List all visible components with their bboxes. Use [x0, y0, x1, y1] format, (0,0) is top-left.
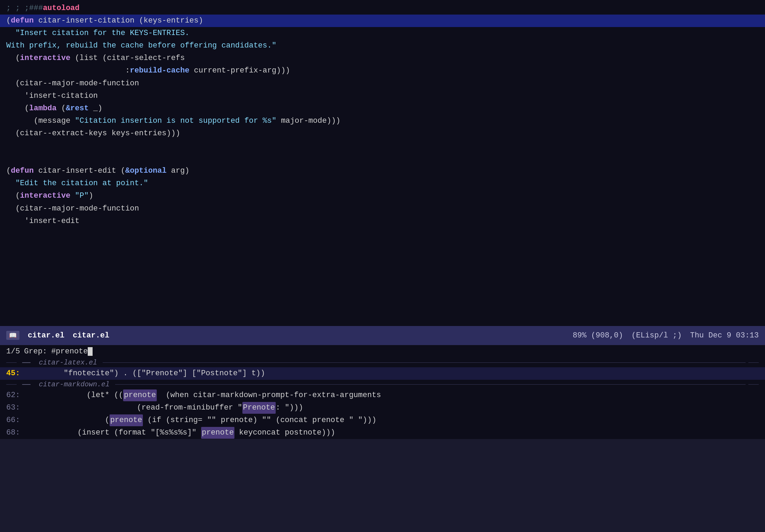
file-separator-markdown: —— citar-markdown.el: [0, 380, 765, 389]
rest-keyword: &rest: [66, 103, 89, 114]
line-number-45: 45:: [6, 368, 27, 379]
comment-text: ; ; ;###: [6, 2, 43, 14]
code-line: (lambda (&rest _): [0, 102, 765, 115]
prenote-highlight-62: prenote: [123, 389, 156, 401]
file-separator-line-right: [103, 362, 746, 363]
line-number-63: 63:: [6, 402, 27, 414]
grep-search-area: 1/5 Grep: #prenote: [0, 345, 765, 358]
search-count: 1/5: [6, 347, 20, 356]
file-separator-name2: citar-markdown.el: [36, 380, 112, 388]
code-line-highlighted: (defun citar-insert-citation (keys-entri…: [0, 15, 765, 27]
line-number-68: 68:: [6, 427, 27, 439]
code-line: 'insert-citation: [0, 90, 765, 102]
code-line: With prefix, rebuild the cache before of…: [0, 40, 765, 52]
code-line: (citar--major-mode-function: [0, 77, 765, 90]
autoload-keyword: autoload: [43, 2, 80, 14]
code-line: :rebuild-cache current-prefix-arg))): [0, 65, 765, 77]
code-line: (citar--extract-keys keys-entries))): [0, 127, 765, 140]
grep-results: —— citar-latex.el 45: "fnotecite") . (["…: [0, 358, 765, 439]
line-number-66: 66:: [6, 414, 27, 426]
rebuild-cache-keyword: rebuild-cache: [130, 65, 189, 77]
code-line: 'insert-edit: [0, 215, 765, 228]
grep-result-line-63: 63: (read-from-minibuffer "Prenote: "))): [0, 402, 765, 414]
line-number-62: 62:: [6, 389, 27, 401]
interactive-keyword: interactive: [20, 52, 70, 64]
code-line: [0, 152, 765, 165]
prenote-highlight-68: prenote: [201, 427, 234, 439]
grep-result-line-62: 62: (let* ((prenote (when citar-markdown…: [0, 389, 765, 402]
optional-keyword: &optional: [125, 165, 166, 177]
code-editor: ; ; ;###autoload (defun citar-insert-cit…: [0, 0, 765, 326]
code-line: "Edit the citation at point.": [0, 177, 765, 190]
file-sep-line-left2: ——: [19, 380, 33, 388]
grep-result-line-45: 45: "fnotecite") . (["Prenote"] ["Postno…: [0, 367, 765, 380]
modeline-filename1: citar.el: [28, 331, 65, 340]
grep-result-line-66: 66: (prenote (if (string= "" prenote) ""…: [0, 414, 765, 427]
modeline-mode: (ELisp/l ;): [631, 331, 682, 340]
code-line: (interactive "P"): [0, 190, 765, 202]
code-line: [0, 140, 765, 152]
defun2-keyword: defun: [11, 165, 34, 177]
file-separator-latex: —— citar-latex.el: [0, 358, 765, 367]
file-separator-line-left: ——: [19, 359, 33, 367]
code-line: (citar--major-mode-function: [0, 203, 765, 215]
defun-keyword: defun: [11, 15, 34, 27]
modeline: 📖 citar.el citar.el 89% (908,0) (ELisp/l…: [0, 326, 765, 345]
editor-container: ; ; ;###autoload (defun citar-insert-cit…: [0, 0, 765, 439]
file-sep-line-right2: [115, 384, 746, 385]
grep-result-line-68: 68: (insert (format "[%s%s%s]" prenote k…: [0, 427, 765, 439]
code-line: "Insert citation for the KEYS-ENTRIES.: [0, 27, 765, 40]
lambda-keyword: lambda: [29, 103, 57, 114]
prenote-highlight-63: Prenote: [242, 402, 276, 414]
code-line: (interactive (list (citar-select-refs: [0, 52, 765, 65]
search-query: #prenote: [51, 347, 93, 356]
modeline-icon: 📖: [6, 331, 19, 340]
interactive2-keyword: interactive: [20, 190, 70, 202]
code-line: ; ; ;###autoload: [0, 2, 765, 15]
modeline-filename2: citar.el: [73, 331, 110, 340]
modeline-position: 89% (908,0): [573, 331, 623, 340]
prenote-highlight-66: prenote: [110, 414, 143, 426]
modeline-datetime: Thu Dec 9 03:13: [690, 331, 759, 340]
code-line: (message "Citation insertion is not supp…: [0, 115, 765, 127]
search-label: Grep:: [24, 347, 47, 356]
file-separator-name: citar-latex.el: [36, 359, 100, 367]
code-line: (defun citar-insert-edit (&optional arg): [0, 165, 765, 177]
cursor: [88, 347, 93, 356]
